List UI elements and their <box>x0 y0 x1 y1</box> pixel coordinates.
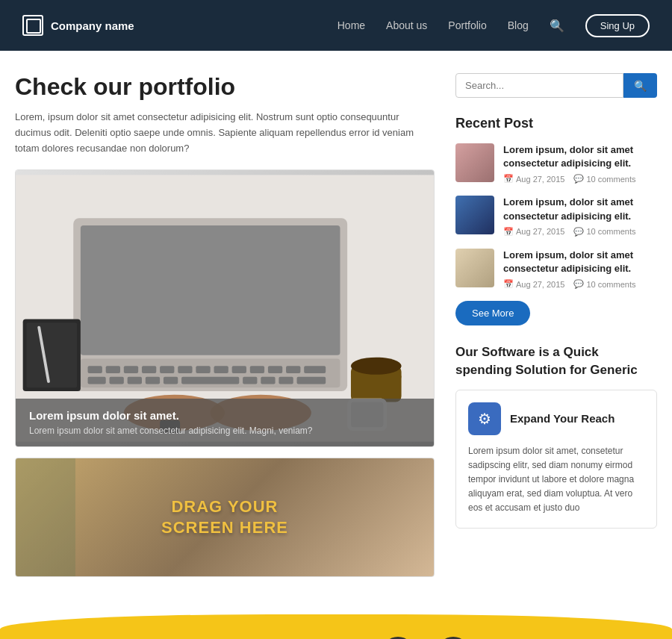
svg-rect-7 <box>142 367 156 374</box>
post-info-3: Lorem ipsum, dolor sit amet consectetur … <box>503 249 657 289</box>
brand-logo: Company name <box>22 15 134 36</box>
main-container: Check our portfolio Lorem, ipsum dolor s… <box>0 51 672 599</box>
nav-portfolio[interactable]: Portfolio <box>448 19 486 31</box>
drag-text: DRAG YOURSCREEN HERE <box>161 496 288 539</box>
nav-links: Home About us Portfolio Blog 🔍 Sing Up <box>337 14 650 37</box>
post-meta-1: 📅 Aug 27, 2015 💬 10 comments <box>503 174 657 184</box>
plant-overlay <box>16 458 75 576</box>
svg-rect-26 <box>297 377 326 384</box>
list-item: Lorem ipsum, dolor sit amet consectetur … <box>455 143 657 184</box>
post-comments-1: 💬 10 comments <box>573 174 635 184</box>
post-thumbnail-2 <box>455 196 494 234</box>
post-comments-2: 💬 10 comments <box>573 227 635 237</box>
search-button[interactable]: 🔍 <box>623 73 657 98</box>
post-info-2: Lorem ipsum, dolor sit amet consectetur … <box>503 196 657 236</box>
post-meta-3: 📅 Aug 27, 2015 💬 10 comments <box>503 279 657 289</box>
list-item: Lorem ipsum, dolor sit amet consectetur … <box>455 249 657 289</box>
recent-posts-title: Recent Post <box>455 116 657 131</box>
svg-rect-13 <box>250 367 264 374</box>
calendar-icon-1: 📅 <box>503 174 514 184</box>
portfolio-main-wrapper: Lorem ipsum dolor sit amet. Lorem ipsum … <box>15 169 435 447</box>
nav-home[interactable]: Home <box>337 19 365 31</box>
navbar: Company name Home About us Portfolio Blo… <box>0 0 672 51</box>
page-description: Lorem, ipsum dolor sit amet consectetur … <box>15 110 435 156</box>
post-date-1: 📅 Aug 27, 2015 <box>503 174 564 184</box>
svg-rect-9 <box>178 367 192 374</box>
comment-icon-1: 💬 <box>573 174 584 184</box>
svg-rect-30 <box>26 323 77 388</box>
svg-rect-18 <box>110 377 124 384</box>
left-content: Check our portfolio Lorem, ipsum dolor s… <box>15 73 435 577</box>
post-thumbnail-1 <box>455 143 494 182</box>
svg-rect-15 <box>286 367 300 374</box>
software-card-desc: Lorem ipsum dolor sit amet, consetetur s… <box>468 444 644 516</box>
svg-rect-2 <box>81 225 340 355</box>
comment-icon-2: 💬 <box>573 227 584 237</box>
see-more-button[interactable]: See More <box>455 301 530 325</box>
calendar-icon-2: 📅 <box>503 227 514 237</box>
right-sidebar: 🔍 Recent Post Lorem ipsum, dolor sit ame… <box>455 73 657 577</box>
post-date-3: 📅 Aug 27, 2015 <box>503 279 564 289</box>
post-thumbnail-3 <box>455 249 494 287</box>
portfolio-second-image: DRAG YOURSCREEN HERE <box>15 458 435 577</box>
svg-rect-8 <box>160 367 174 374</box>
post-meta-2: 📅 Aug 27, 2015 💬 10 comments <box>503 227 657 237</box>
svg-rect-10 <box>196 367 210 374</box>
svg-rect-11 <box>214 367 228 374</box>
svg-rect-24 <box>261 377 275 384</box>
svg-rect-21 <box>164 377 178 384</box>
search-bar: 🔍 <box>455 73 657 98</box>
svg-rect-5 <box>106 367 120 374</box>
portfolio-caption: Lorem ipsum dolor sit amet. Lorem ipsum … <box>16 399 434 446</box>
svg-rect-23 <box>243 377 257 384</box>
svg-rect-17 <box>88 377 106 384</box>
software-section: Our Software is a Quick spending Solutio… <box>455 343 657 529</box>
post-title-3: Lorem ipsum, dolor sit amet consectetur … <box>503 249 657 275</box>
search-input[interactable] <box>455 73 623 98</box>
svg-rect-14 <box>268 367 282 374</box>
search-icon[interactable]: 🔍 <box>550 19 564 33</box>
list-item: Lorem ipsum, dolor sit amet consectetur … <box>455 196 657 236</box>
page-title: Check our portfolio <box>15 73 435 101</box>
brand-name: Company name <box>51 19 134 32</box>
software-card: ⚙ Expand Your Reach Lorem ipsum dolor si… <box>455 390 657 529</box>
svg-rect-6 <box>124 367 138 374</box>
svg-rect-20 <box>146 377 160 384</box>
svg-rect-25 <box>279 377 293 384</box>
nav-about[interactable]: About us <box>386 19 427 31</box>
caption-desc: Lorem ipsum dolor sit amet consectetur a… <box>29 426 420 436</box>
post-info-1: Lorem ipsum, dolor sit amet consectetur … <box>503 143 657 184</box>
brand-icon <box>22 15 43 36</box>
comment-icon-3: 💬 <box>573 279 584 289</box>
software-card-header: ⚙ Expand Your Reach <box>468 402 644 435</box>
svg-point-34 <box>351 358 402 375</box>
software-card-title: Expand Your Reach <box>510 412 615 425</box>
calendar-icon-3: 📅 <box>503 279 514 289</box>
post-title-2: Lorem ipsum, dolor sit amet consectetur … <box>503 196 657 222</box>
footer-banner: 🐝 Firmbee HTML 5 <box>0 614 672 639</box>
post-comments-3: 💬 10 comments <box>573 279 635 289</box>
svg-rect-12 <box>232 367 246 374</box>
post-title-1: Lorem ipsum, dolor sit amet consectetur … <box>503 143 657 170</box>
svg-rect-4 <box>88 367 102 374</box>
software-icon: ⚙ <box>468 402 501 435</box>
svg-rect-19 <box>128 377 142 384</box>
recent-posts-section: Recent Post Lorem ipsum, dolor sit amet … <box>455 116 657 343</box>
caption-title: Lorem ipsum dolor sit amet. <box>29 409 420 422</box>
svg-rect-22 <box>181 377 239 384</box>
post-date-2: 📅 Aug 27, 2015 <box>503 227 564 237</box>
nav-blog[interactable]: Blog <box>508 19 529 31</box>
signup-button[interactable]: Sing Up <box>585 14 650 37</box>
software-title: Our Software is a Quick spending Solutio… <box>455 343 657 379</box>
svg-rect-16 <box>304 367 326 374</box>
